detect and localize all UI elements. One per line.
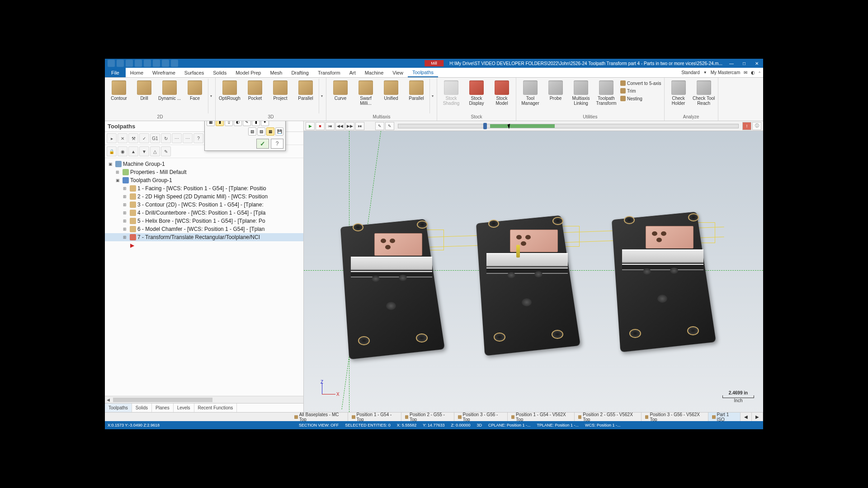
- tb-display-icon[interactable]: ◉: [118, 146, 127, 156]
- expand-2d-icon[interactable]: ▾: [208, 79, 213, 113]
- tab-surfaces[interactable]: Surfaces: [180, 68, 208, 77]
- pf-tab-solids[interactable]: Solids: [132, 404, 152, 412]
- pf-tab-toolpaths[interactable]: Toolpaths: [105, 404, 132, 412]
- btn-dynamic[interactable]: Dynamic ...: [157, 79, 182, 102]
- vt-pos1-v562x[interactable]: Position 1 - G54 - V562X Top: [508, 413, 575, 421]
- tab-modelprep[interactable]: Model Prep: [231, 68, 265, 77]
- bp-btn-8[interactable]: ▨: [248, 127, 256, 136]
- btn-contour[interactable]: Contour: [107, 79, 131, 102]
- bp-btn-11[interactable]: 💾: [275, 127, 283, 136]
- tb-more1-icon[interactable]: ⋯: [172, 133, 182, 143]
- tree-hscroll[interactable]: ◀: [105, 396, 303, 403]
- tb-post-icon[interactable]: G1: [150, 133, 160, 143]
- notification-icon[interactable]: ✉: [744, 70, 747, 75]
- vt-pos1[interactable]: Position 1 - G54 - Top: [348, 413, 401, 421]
- tab-home[interactable]: Home: [126, 68, 148, 77]
- tab-mesh[interactable]: Mesh: [265, 68, 287, 77]
- tree-op-3[interactable]: ⊞3 - Contour (2D) - [WCS: Position 1 - G…: [105, 201, 303, 209]
- fast-fwd-button[interactable]: ⏭: [355, 122, 364, 130]
- btn-toolpath-transform[interactable]: Toolpath Transform: [594, 79, 618, 107]
- tab-machine[interactable]: Machine: [360, 68, 388, 77]
- playback-timeline[interactable]: [398, 124, 739, 128]
- vt-pos2[interactable]: Position 2 - G55 - Top: [401, 413, 455, 421]
- qat-open-icon[interactable]: [126, 60, 133, 67]
- bp-btn-3[interactable]: ▯: [225, 121, 233, 126]
- file-tab[interactable]: File: [105, 68, 126, 77]
- btn-curve[interactable]: Curve: [328, 79, 353, 102]
- btn-check-tool-reach[interactable]: Check Tool Reach: [692, 79, 716, 107]
- btn-check-holder[interactable]: Check Holder: [666, 79, 691, 107]
- my-mastercam[interactable]: My Mastercam: [711, 70, 741, 75]
- backplot-help-button[interactable]: ?: [271, 139, 283, 149]
- bp-btn-9[interactable]: ▧: [257, 127, 265, 136]
- bp-btn-5[interactable]: ✎: [243, 121, 251, 126]
- tree-op-6[interactable]: ⊞6 - Model Chamfer - [WCS: Position 1 - …: [105, 225, 303, 233]
- timeline-warn-icon[interactable]: !: [742, 122, 751, 130]
- step-back-button[interactable]: ◀◀: [335, 122, 344, 130]
- bp-btn-7[interactable]: ✦: [261, 121, 269, 126]
- btn-convert-5axis[interactable]: Convert to 5-axis: [620, 80, 661, 87]
- vt-part1-iso[interactable]: Part 1 ISO: [708, 413, 741, 421]
- bp-btn-1[interactable]: ▦: [207, 121, 215, 126]
- maximize-button[interactable]: □: [738, 59, 750, 68]
- bp-btn-4[interactable]: ◐: [234, 121, 242, 126]
- tree-op-4[interactable]: ⊞4 - Drill/Counterbore - [WCS: Position …: [105, 209, 303, 217]
- btn-stock-shading[interactable]: Stock Shading: [439, 79, 463, 107]
- tab-drafting[interactable]: Drafting: [287, 68, 313, 77]
- tree-toolpath-group[interactable]: ▣Toolpath Group-1: [105, 176, 303, 184]
- tab-art[interactable]: Art: [345, 68, 360, 77]
- btn-unified[interactable]: Unified: [379, 79, 403, 102]
- timeline-info-icon[interactable]: ⓘ: [752, 122, 761, 130]
- vt-baseplates[interactable]: All Baseplates - MC Top: [291, 413, 348, 421]
- minimize-button[interactable]: —: [725, 59, 738, 68]
- close-button[interactable]: ✕: [750, 59, 763, 68]
- status-wcs[interactable]: WCS: Position 1 -...: [585, 423, 621, 427]
- tb-help-icon[interactable]: ?: [193, 133, 203, 143]
- tree-properties[interactable]: ⊞Properties - Mill Default: [105, 168, 303, 176]
- speed-slider-handle[interactable]: [483, 123, 487, 129]
- trace2-button[interactable]: ✎: [385, 122, 394, 130]
- bp-btn-2[interactable]: ▮: [216, 121, 224, 126]
- btn-multiaxis-linking[interactable]: Multiaxis Linking: [569, 79, 593, 107]
- pf-tab-levels[interactable]: Levels: [174, 404, 194, 412]
- tb-edit-icon[interactable]: ✎: [161, 146, 171, 156]
- tab-transform[interactable]: Transform: [313, 68, 345, 77]
- status-section[interactable]: SECTION VIEW: OFF: [299, 423, 339, 427]
- rewind-button[interactable]: ⏮: [326, 122, 335, 130]
- status-mode[interactable]: 3D: [476, 423, 482, 427]
- btn-tool-manager[interactable]: Tool Manager: [518, 79, 542, 107]
- tb-up-icon[interactable]: △: [150, 146, 160, 156]
- tb-regen-icon[interactable]: ↻: [161, 133, 171, 143]
- btn-project[interactable]: Project: [268, 79, 292, 102]
- vt-pos2-v562x[interactable]: Position 2 - G55 - V562X Top: [575, 413, 642, 421]
- btn-stock-model[interactable]: Stock Model: [490, 79, 514, 107]
- config-standard[interactable]: Standard: [681, 70, 700, 75]
- pf-tab-planes[interactable]: Planes: [152, 404, 174, 412]
- tb-arrow-icon[interactable]: ▲: [128, 146, 138, 156]
- bp-btn-10[interactable]: ▦: [266, 127, 274, 136]
- qat-redo-icon[interactable]: [171, 60, 178, 67]
- vt-pos3-v562x[interactable]: Position 3 - G56 - V562X Top: [642, 413, 708, 421]
- btn-drill[interactable]: Drill: [132, 79, 156, 102]
- vt-nav-left[interactable]: ◀: [741, 413, 752, 421]
- qat-blank-icon[interactable]: [144, 60, 151, 67]
- account-icon[interactable]: ◐: [751, 70, 755, 75]
- tb-select-icon[interactable]: ▸: [107, 133, 117, 143]
- tree-op-7[interactable]: ⊞7 - Transform/Translate Rectangular/Too…: [105, 233, 303, 241]
- backplot-dialog[interactable]: ▦ Backplot✕ ▦ ▮ ▯ ◐ ✎ ▮ ✦ ▨ ▧ ▦ 💾: [204, 121, 286, 151]
- tab-wireframe[interactable]: Wireframe: [148, 68, 180, 77]
- status-cplane[interactable]: CPLANE: Position 1 -...: [488, 423, 531, 427]
- tb-lock-icon[interactable]: 🔒: [107, 146, 117, 156]
- tab-view[interactable]: View: [388, 68, 408, 77]
- btn-pocket[interactable]: Pocket: [243, 79, 267, 102]
- tb-down-icon[interactable]: ▼: [139, 146, 149, 156]
- tree-op-2[interactable]: ⊞2 - 2D High Speed (2D Dynamic Mill) - […: [105, 192, 303, 201]
- btn-probe[interactable]: Probe: [543, 79, 568, 102]
- trace-button[interactable]: ✎: [375, 122, 384, 130]
- status-tplane[interactable]: TPLANE: Position 1 -...: [537, 423, 579, 427]
- collapse-ribbon-icon[interactable]: ^: [759, 70, 760, 75]
- btn-optirough[interactable]: OptiRough: [217, 79, 242, 102]
- expand-multiaxis-icon[interactable]: ▾: [429, 79, 435, 113]
- tab-toolpaths[interactable]: Toolpaths: [408, 68, 438, 77]
- tb-tool-icon[interactable]: ⚒: [128, 133, 138, 143]
